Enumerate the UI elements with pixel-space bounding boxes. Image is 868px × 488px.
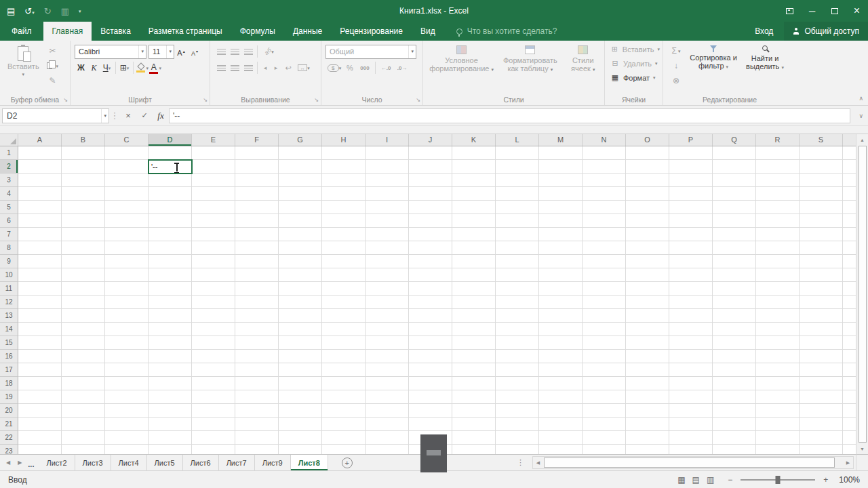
- scroll-down-icon[interactable]: ▼: [856, 443, 868, 454]
- fill-button[interactable]: ↓: [667, 58, 685, 73]
- ribbon-tab-Данные[interactable]: Данные: [284, 22, 331, 41]
- ribbon-tab-Вставка[interactable]: Вставка: [92, 22, 140, 41]
- row-header-1[interactable]: 1: [0, 146, 18, 160]
- ribbon-tab-file[interactable]: Файл: [0, 22, 43, 41]
- sheet-tab-Лист3[interactable]: Лист3: [75, 455, 111, 470]
- active-cell[interactable]: '--: [148, 159, 193, 174]
- column-header-H[interactable]: H: [322, 134, 366, 146]
- ribbon-tab-Разметка страницы[interactable]: Разметка страницы: [140, 22, 231, 41]
- sheet-nav-right-icon[interactable]: ▶: [18, 460, 22, 466]
- undo-button[interactable]: ↺▾: [24, 6, 34, 16]
- column-header-N[interactable]: N: [583, 134, 626, 146]
- font-color-dropdown-icon[interactable]: ▾: [159, 66, 161, 70]
- zoom-in-icon[interactable]: +: [823, 475, 828, 485]
- borders-button[interactable]: ⊞▾: [118, 61, 131, 75]
- column-header-C[interactable]: C: [105, 134, 149, 146]
- tell-me-box[interactable]: Что вы хотите сделать?: [456, 22, 557, 41]
- align-right-button[interactable]: [241, 61, 255, 75]
- column-header-K[interactable]: K: [452, 134, 496, 146]
- row-header-21[interactable]: 21: [0, 418, 18, 431]
- ribbon-display-options-button[interactable]: [778, 0, 801, 22]
- row-header-9[interactable]: 9: [0, 255, 18, 268]
- align-center-button[interactable]: [228, 61, 241, 75]
- sheet-tab-Лист8[interactable]: Лист8: [291, 455, 328, 470]
- row-header-23[interactable]: 23: [0, 445, 18, 454]
- tab-scrollbar-splitter[interactable]: ⋮: [517, 455, 524, 470]
- column-header-S[interactable]: S: [800, 134, 843, 146]
- align-top-button[interactable]: [214, 45, 228, 59]
- paste-dropdown-icon[interactable]: ▾: [22, 72, 25, 77]
- sign-in-button[interactable]: Вход: [744, 22, 784, 41]
- font-color-button[interactable]: А▾: [149, 61, 161, 75]
- column-header-D[interactable]: D: [149, 134, 192, 146]
- redo-icon[interactable]: ↻: [44, 6, 52, 16]
- share-button[interactable]: Общий доступ: [784, 22, 868, 41]
- close-button[interactable]: ×: [846, 0, 868, 22]
- font-size-dropdown-icon[interactable]: ▾: [166, 45, 174, 58]
- row-header-15[interactable]: 15: [0, 336, 18, 350]
- merge-center-button[interactable]: ↔▾: [295, 61, 313, 75]
- orientation-button[interactable]: аб▾: [260, 45, 279, 59]
- ribbon-tab-Вид[interactable]: Вид: [412, 22, 444, 41]
- zoom-slider-thumb[interactable]: [776, 476, 781, 484]
- paste-button[interactable]: Вставить ▾: [4, 43, 43, 93]
- decrease-font-size-button[interactable]: А▾: [188, 45, 201, 59]
- underline-button[interactable]: Ч▾: [100, 61, 113, 75]
- format-cells-button[interactable]: ▦ Формат ▾: [609, 70, 660, 85]
- row-header-20[interactable]: 20: [0, 404, 18, 418]
- number-format-dropdown-icon[interactable]: ▾: [408, 45, 416, 58]
- formula-bar-handle[interactable]: ⋮: [109, 108, 120, 123]
- select-all-corner[interactable]: [0, 134, 18, 146]
- number-format-combo[interactable]: Общий ▾: [326, 45, 416, 59]
- zoom-level[interactable]: 100%: [839, 475, 860, 485]
- conditional-formatting-button[interactable]: Условное форматирование ▾: [427, 43, 496, 93]
- customize-qat-icon[interactable]: ▾: [79, 9, 81, 14]
- find-select-button[interactable]: Найти и выделить ▾: [742, 43, 788, 93]
- row-header-14[interactable]: 14: [0, 323, 18, 336]
- format-as-table-button[interactable]: Форматировать как таблицу ▾: [498, 43, 561, 93]
- bold-button[interactable]: Ж: [75, 61, 87, 75]
- align-bottom-button[interactable]: [241, 45, 255, 59]
- decrease-decimal-button[interactable]: .0→: [394, 61, 410, 75]
- column-header-R[interactable]: R: [756, 134, 800, 146]
- increase-indent-button[interactable]: ▸: [271, 61, 281, 75]
- vertical-scrollbar[interactable]: ▲ ▼: [856, 134, 868, 454]
- horizontal-scrollbar-thumb[interactable]: [544, 458, 835, 468]
- column-header-L[interactable]: L: [496, 134, 539, 146]
- column-header-A[interactable]: A: [18, 134, 62, 146]
- decrease-indent-button[interactable]: ◂: [260, 61, 271, 75]
- sheet-tab-Лист2[interactable]: Лист2: [39, 455, 75, 470]
- name-box-dropdown-icon[interactable]: ▾: [101, 109, 108, 123]
- currency-format-button[interactable]: $▾: [326, 61, 343, 75]
- row-header-13[interactable]: 13: [0, 309, 18, 323]
- column-header-E[interactable]: E: [192, 134, 235, 146]
- row-header-18[interactable]: 18: [0, 377, 18, 390]
- number-dialog-launcher-icon[interactable]: ↘: [416, 97, 420, 103]
- autosum-button[interactable]: Σ▾: [667, 43, 685, 58]
- normal-view-icon[interactable]: ▦: [677, 475, 685, 485]
- grid-cells[interactable]: '--: [18, 146, 856, 454]
- clear-button[interactable]: ⊗: [667, 73, 685, 88]
- increase-decimal-button[interactable]: ←.0: [378, 61, 394, 75]
- row-header-16[interactable]: 16: [0, 350, 18, 363]
- scroll-up-icon[interactable]: ▲: [856, 134, 868, 145]
- vertical-scrollbar-thumb[interactable]: [859, 146, 867, 443]
- page-break-view-icon[interactable]: ▥: [707, 475, 714, 485]
- column-header-M[interactable]: M: [539, 134, 583, 146]
- row-header-19[interactable]: 19: [0, 390, 18, 404]
- column-header-P[interactable]: P: [669, 134, 713, 146]
- copy-dropdown-icon[interactable]: ▾: [56, 64, 58, 68]
- row-header-3[interactable]: 3: [0, 174, 18, 187]
- horizontal-scrollbar[interactable]: ◀ ▶: [532, 456, 854, 469]
- currency-dropdown-icon[interactable]: ▾: [339, 66, 342, 70]
- delete-cells-button[interactable]: ⊟ Удалить ▾: [609, 56, 660, 70]
- row-header-10[interactable]: 10: [0, 268, 18, 282]
- font-dialog-launcher-icon[interactable]: ↘: [203, 97, 208, 103]
- enter-button[interactable]: ✓: [136, 108, 153, 123]
- row-header-6[interactable]: 6: [0, 214, 18, 228]
- underline-dropdown-icon[interactable]: ▾: [108, 66, 111, 70]
- merge-dropdown-icon[interactable]: ▾: [307, 66, 310, 70]
- insert-cells-button[interactable]: ⊞ Вставить ▾: [609, 42, 660, 56]
- sheet-overflow-dots[interactable]: ...: [28, 455, 39, 470]
- row-header-17[interactable]: 17: [0, 363, 18, 377]
